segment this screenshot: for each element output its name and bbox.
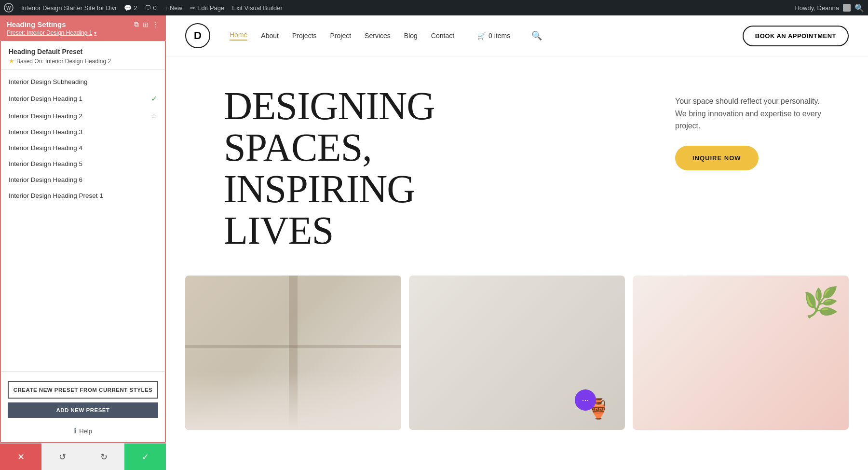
admin-search-icon[interactable]: 🔍 [854, 3, 864, 13]
howdy-label: Howdy, Deanna [795, 4, 839, 12]
default-preset-title: Heading Default Preset [9, 48, 157, 55]
preset-panel: Heading Default Preset ★ Based On: Inter… [0, 40, 166, 443]
hero-heading: DESIGNING SPACES, INSPIRING LIVES [224, 85, 513, 251]
preset-item-subheading[interactable]: Interior Design Subheading [1, 74, 165, 90]
help-icon: ℹ [74, 427, 77, 435]
panel-header: Heading Settings ⧉ ⊞ ⋮ Preset: Interior … [0, 15, 166, 40]
site-nav: D Home About Projects Project Services B… [166, 15, 868, 56]
help-label: Help [79, 428, 92, 435]
create-preset-button[interactable]: CREATE NEW PRESET FROM CURRENT STYLES [8, 381, 158, 399]
user-avatar [843, 4, 851, 12]
cart-icon: 🛒 [477, 32, 486, 40]
hero-right: Your space should reflect your personali… [656, 85, 829, 170]
preset-item-heading2[interactable]: Interior Design Heading 2 ☆ [1, 108, 165, 124]
svg-text:W: W [6, 5, 11, 11]
nav-cart[interactable]: 🛒 0 items [477, 32, 510, 40]
admin-bar: W Interior Design Starter Site for Divi … [0, 0, 868, 15]
default-preset: Heading Default Preset ★ Based On: Inter… [1, 41, 165, 70]
preset-item-heading5[interactable]: Interior Design Heading 5 [1, 156, 165, 172]
book-appointment-button[interactable]: BOOK AN APPOINTMENT [743, 26, 849, 46]
close-icon: ✕ [17, 452, 25, 462]
exit-builder-button[interactable]: Exit Visual Builder [232, 4, 283, 12]
close-button[interactable]: ✕ [0, 443, 41, 470]
help-link[interactable]: ℹ Help [9, 427, 157, 435]
panel-header-top: Heading Settings ⧉ ⊞ ⋮ [7, 20, 159, 28]
preset-item-heading4[interactable]: Interior Design Heading 4 [1, 140, 165, 156]
redo-icon: ↻ [100, 452, 108, 462]
hero-tagline: Your space should reflect your personali… [675, 95, 829, 132]
right-content: D Home About Projects Project Services B… [166, 15, 868, 470]
hero-image-3: 🌿 [633, 276, 849, 430]
branches-decoration: 🌿 [803, 285, 839, 319]
replies-count[interactable]: 🗨 0 [145, 4, 156, 12]
cart-count: 0 items [488, 32, 510, 40]
admin-bar-right: Howdy, Deanna 🔍 [795, 3, 864, 13]
comments-count[interactable]: 💬 2 [124, 4, 137, 12]
site-name[interactable]: Interior Design Starter Site for Divi [21, 4, 116, 12]
more-icon[interactable]: ⋮ [152, 21, 159, 28]
preset-item-heading1[interactable]: Interior Design Heading 1 ✓ [1, 90, 165, 108]
hero-section: DESIGNING SPACES, INSPIRING LIVES Your s… [166, 56, 868, 271]
nav-link-projects[interactable]: Projects [292, 32, 317, 40]
hero-heading-line2: SPACES, [224, 125, 372, 169]
undo-icon: ↺ [59, 452, 66, 462]
panel-header-icons: ⧉ ⊞ ⋮ [134, 20, 159, 28]
nav-link-contact[interactable]: Contact [431, 32, 454, 40]
preset-item-preset1[interactable]: Interior Design Heading Preset 1 [1, 188, 165, 204]
preset-help: ℹ Help [1, 422, 165, 442]
left-panel: Heading Settings ⧉ ⊞ ⋮ Preset: Interior … [0, 15, 166, 470]
preset-label[interactable]: Preset: Interior Design Heading 1 ▾ [7, 29, 159, 36]
default-preset-based: ★ Based On: Interior Design Heading 2 [9, 57, 157, 65]
preset-list: Interior Design Subheading Interior Desi… [1, 70, 165, 367]
save-icon: ✓ [142, 452, 149, 462]
columns-icon[interactable]: ⊞ [143, 21, 149, 28]
nav-link-blog[interactable]: Blog [404, 32, 418, 40]
bottom-toolbar: ✕ ↺ ↻ ✓ [0, 443, 166, 470]
hero-text: DESIGNING SPACES, INSPIRING LIVES [224, 85, 656, 251]
preset-item-heading6[interactable]: Interior Design Heading 6 [1, 172, 165, 188]
preset-divider [1, 371, 165, 372]
panel-title: Heading Settings [7, 20, 66, 28]
undo-button[interactable]: ↺ [41, 443, 83, 470]
nav-link-home[interactable]: Home [230, 31, 247, 41]
nav-link-project[interactable]: Project [330, 32, 352, 40]
save-button[interactable]: ✓ [124, 443, 166, 470]
hero-image-2: 🏺 ··· [409, 276, 625, 430]
images-row: 🏺 ··· 🌿 [166, 276, 868, 430]
site-nav-links: Home About Projects Project Services Blo… [230, 30, 743, 41]
website-preview: D Home About Projects Project Services B… [166, 15, 868, 470]
active-check-icon: ✓ [151, 94, 157, 103]
star-outline-icon: ☆ [151, 112, 157, 120]
nav-link-about[interactable]: About [261, 32, 279, 40]
nav-search-icon[interactable]: 🔍 [531, 30, 542, 41]
add-preset-button[interactable]: ADD NEW PRESET [8, 402, 158, 418]
preset-actions: CREATE NEW PRESET FROM CURRENT STYLES AD… [1, 375, 165, 422]
site-logo: D [185, 23, 210, 48]
hero-heading-line1: DESIGNING [224, 84, 434, 128]
redo-button[interactable]: ↻ [83, 443, 124, 470]
inquire-button[interactable]: INQUIRE NOW [675, 146, 759, 170]
main-layout: Heading Settings ⧉ ⊞ ⋮ Preset: Interior … [0, 0, 868, 470]
preset-caret-icon: ▾ [94, 30, 96, 36]
copy-icon[interactable]: ⧉ [134, 20, 139, 28]
nav-link-services[interactable]: Services [365, 32, 391, 40]
wp-logo[interactable]: W [4, 3, 14, 13]
preset-item-heading3[interactable]: Interior Design Heading 3 [1, 124, 165, 140]
new-button[interactable]: + New [164, 4, 182, 12]
hero-heading-line3: INSPIRING LIVES [224, 167, 415, 252]
hero-image-1 [185, 276, 401, 430]
sofa-decoration [185, 372, 401, 430]
edit-page-button[interactable]: ✏ Edit Page [190, 4, 224, 12]
star-icon: ★ [9, 57, 14, 65]
